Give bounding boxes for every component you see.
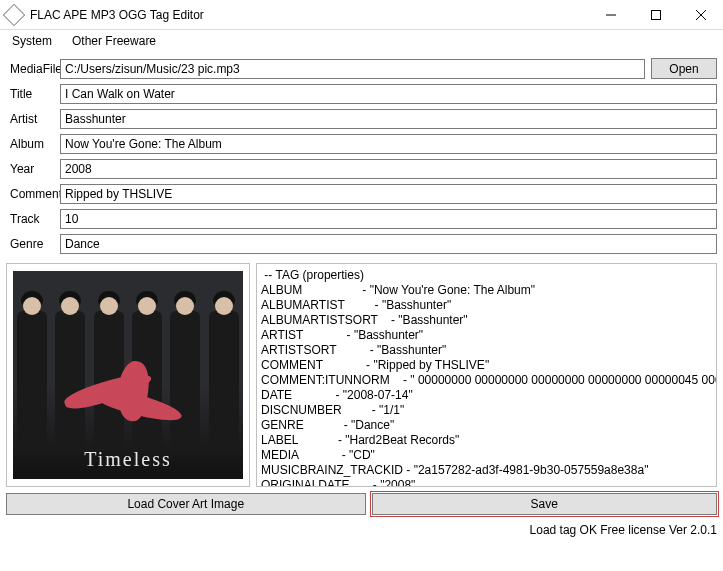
- label-artist: Artist: [6, 112, 60, 126]
- mediafile-input[interactable]: [60, 59, 645, 79]
- maximize-icon: [651, 10, 661, 20]
- genre-input[interactable]: [60, 234, 717, 254]
- label-track: Track: [6, 212, 60, 226]
- save-button[interactable]: Save: [372, 493, 718, 515]
- menu-other-freeware[interactable]: Other Freeware: [62, 31, 166, 51]
- window-title: FLAC APE MP3 OGG Tag Editor: [30, 8, 588, 22]
- label-album: Album: [6, 137, 60, 151]
- label-title: Title: [6, 87, 60, 101]
- open-button[interactable]: Open: [651, 58, 717, 79]
- tag-properties-box[interactable]: -- TAG (properties) ALBUM - "Now You're …: [256, 263, 717, 487]
- status-bar: Load tag OK Free license Ver 2.0.1: [0, 517, 723, 539]
- close-button[interactable]: [678, 0, 723, 29]
- comment-input[interactable]: [60, 184, 717, 204]
- label-mediafile: MediaFile: [6, 62, 60, 76]
- app-icon: [3, 3, 26, 26]
- track-input[interactable]: [60, 209, 717, 229]
- middle-row: Timeless -- TAG (properties) ALBUM - "No…: [0, 261, 723, 491]
- title-input[interactable]: [60, 84, 717, 104]
- maximize-button[interactable]: [633, 0, 678, 29]
- menubar: System Other Freeware: [0, 30, 723, 52]
- cover-art-image: Timeless: [13, 271, 243, 479]
- minimize-icon: [606, 10, 616, 20]
- cover-art-caption: Timeless: [13, 448, 243, 471]
- bottom-buttons: Load Cover Art Image Save: [0, 491, 723, 517]
- minimize-button[interactable]: [588, 0, 633, 29]
- cover-art-frame: Timeless: [6, 263, 250, 487]
- close-icon: [696, 10, 706, 20]
- menu-system[interactable]: System: [2, 31, 62, 51]
- artist-input[interactable]: [60, 109, 717, 129]
- label-year: Year: [6, 162, 60, 176]
- label-genre: Genre: [6, 237, 60, 251]
- titlebar: FLAC APE MP3 OGG Tag Editor: [0, 0, 723, 30]
- album-input[interactable]: [60, 134, 717, 154]
- year-input[interactable]: [60, 159, 717, 179]
- form-area: MediaFile Open Title Artist Album Year C…: [0, 52, 723, 261]
- label-comment: Comment: [6, 187, 60, 201]
- svg-rect-1: [651, 10, 660, 19]
- load-cover-button[interactable]: Load Cover Art Image: [6, 493, 366, 515]
